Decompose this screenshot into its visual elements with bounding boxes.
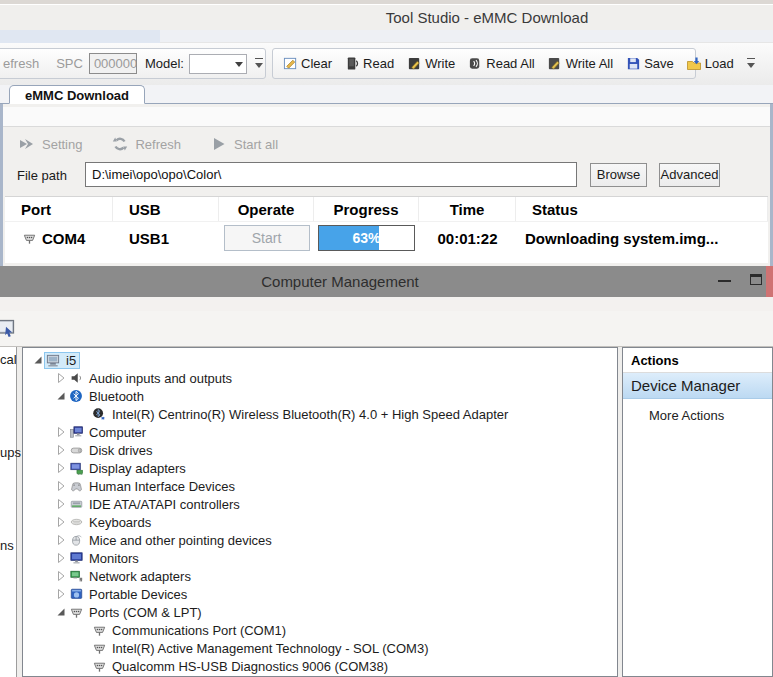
expander-spacer <box>77 660 91 672</box>
keyboard-icon <box>68 514 84 530</box>
display-icon <box>68 460 84 476</box>
tab-emmc-download[interactable]: eMMC Download <box>9 85 145 104</box>
toolbar-overflow-button[interactable] <box>253 57 265 71</box>
expand-icon[interactable] <box>54 444 68 456</box>
tree-item-intel-r-centrino-r-wireless-blue[interactable]: Intel(R) Centrino(R) Wireless Bluetooth(… <box>23 405 617 423</box>
cm-menu-strip <box>0 297 773 311</box>
file-path-input[interactable] <box>85 162 577 187</box>
tree-item-communications-port-com1[interactable]: Communications Port (COM1) <box>23 621 617 639</box>
read-all-button-label: Read All <box>486 56 534 71</box>
collapse-icon[interactable] <box>54 606 68 618</box>
computer-management-window: Computer Management cal ups ns i5Audio i… <box>0 266 773 677</box>
tree-item-display-adapters[interactable]: Display adapters <box>23 459 617 477</box>
actions-item-device-manager[interactable]: Device Manager <box>623 373 772 399</box>
computer-management-title: Computer Management <box>261 273 419 290</box>
close-button[interactable] <box>766 266 773 297</box>
refresh-button[interactable]: Refresh <box>112 136 181 152</box>
expand-icon[interactable] <box>54 552 68 564</box>
read-button[interactable]: Read <box>339 53 399 75</box>
column-header-time[interactable]: Time <box>419 197 516 221</box>
write-all-icon <box>547 56 563 72</box>
port-icon <box>91 622 107 638</box>
start-button[interactable]: Start <box>224 225 310 251</box>
collapse-icon[interactable] <box>31 354 45 366</box>
tree-item-network-adapters[interactable]: Network adapters <box>23 567 617 585</box>
model-combobox[interactable] <box>189 54 247 74</box>
tree-item-label: Intel(R) Centrino(R) Wireless Bluetooth(… <box>109 407 511 422</box>
refresh-button-label: Refresh <box>135 137 181 152</box>
tree-item-label: Display adapters <box>86 461 189 476</box>
cm-content: cal ups ns i5Audio inputs and outputsBlu… <box>0 347 773 677</box>
expand-icon[interactable] <box>54 534 68 546</box>
column-header-status[interactable]: Status <box>516 197 768 221</box>
tree-item-qualcomm-hs-usb-diagnostics-9006[interactable]: Qualcomm HS-USB Diagnostics 9006 (COM38) <box>23 657 617 675</box>
save-button[interactable]: Save <box>620 53 679 75</box>
ide-icon <box>68 496 84 512</box>
tree-item-keyboards[interactable]: Keyboards <box>23 513 617 531</box>
column-header-progress[interactable]: Progress <box>314 197 419 221</box>
load-icon <box>686 56 702 72</box>
computer-management-titlebar[interactable]: Computer Management <box>0 266 773 297</box>
usb-value: USB1 <box>129 230 169 247</box>
console-icon[interactable] <box>0 318 16 338</box>
tree-item-disk-drives[interactable]: Disk drives <box>23 441 617 459</box>
progress-label: 63% <box>319 226 414 250</box>
collapse-icon[interactable] <box>54 390 68 402</box>
expand-icon[interactable] <box>54 372 68 384</box>
write-button[interactable]: Write <box>401 53 460 75</box>
clear-button[interactable]: Clear <box>277 53 337 75</box>
window-top-edge <box>0 0 773 5</box>
start-all-button[interactable]: Start all <box>211 136 278 152</box>
operate-cell: Start <box>219 222 314 254</box>
column-header-port[interactable]: Port <box>5 197 113 221</box>
spc-input[interactable] <box>89 53 137 74</box>
tree-item-computer[interactable]: Computer <box>23 423 617 441</box>
browse-button[interactable]: Browse <box>590 163 647 187</box>
tree-item-label: Ports (COM & LPT) <box>86 605 205 620</box>
device-tree-panel: i5Audio inputs and outputsBluetoothIntel… <box>22 347 618 677</box>
minimize-button[interactable] <box>718 280 731 282</box>
tree-item-label: Mice and other pointing devices <box>86 533 275 548</box>
computer-monitor-icon <box>68 424 84 440</box>
port-icon <box>91 658 107 674</box>
chevron-down-icon <box>235 62 243 67</box>
port-icon <box>91 640 107 656</box>
tree-item-bluetooth[interactable]: Bluetooth <box>23 387 617 405</box>
expander-spacer <box>77 408 91 420</box>
expand-icon[interactable] <box>54 588 68 600</box>
tree-item-i5[interactable]: i5 <box>23 351 617 369</box>
maximize-button[interactable] <box>750 274 762 285</box>
setting-button-label: Setting <box>42 137 82 152</box>
tree-item-audio-inputs-and-outputs[interactable]: Audio inputs and outputs <box>23 369 617 387</box>
advanced-button[interactable]: Advanced <box>659 163 720 187</box>
expand-icon[interactable] <box>54 516 68 528</box>
column-header-operate[interactable]: Operate <box>219 197 314 221</box>
tree-item-portable-devices[interactable]: Portable Devices <box>23 585 617 603</box>
read-all-button[interactable]: Read All <box>462 53 539 75</box>
refresh-button-fragment[interactable]: efresh <box>3 56 39 71</box>
status-value: Downloading system.img... <box>525 230 718 247</box>
expand-icon[interactable] <box>54 570 68 582</box>
bluetooth-device-icon <box>91 406 107 422</box>
tree-item-monitors[interactable]: Monitors <box>23 549 617 567</box>
tree-item-intel-r-active-management-techno[interactable]: Intel(R) Active Management Technology - … <box>23 639 617 657</box>
computer-icon <box>45 352 61 368</box>
tree-item-ide-ata-atapi-controllers[interactable]: IDE ATA/ATAPI controllers <box>23 495 617 513</box>
tree-item-ports-com-lpt[interactable]: Ports (COM & LPT) <box>23 603 617 621</box>
load-button[interactable]: Load <box>681 53 739 75</box>
tree-item-human-interface-devices[interactable]: Human Interface Devices <box>23 477 617 495</box>
toolbar-buttons: ClearReadWriteRead AllWrite AllSaveLoad <box>277 53 739 75</box>
expand-icon[interactable] <box>54 498 68 510</box>
expand-icon[interactable] <box>54 426 68 438</box>
column-header-usb[interactable]: USB <box>113 197 219 221</box>
expand-icon[interactable] <box>54 462 68 474</box>
setting-button[interactable]: Setting <box>19 136 82 152</box>
tree-item-label: IDE ATA/ATAPI controllers <box>86 497 243 512</box>
actions-item-more-actions[interactable]: More Actions <box>623 399 772 423</box>
menu-strip-highlight <box>0 30 160 43</box>
expand-icon[interactable] <box>54 480 68 492</box>
write-all-button[interactable]: Write All <box>542 53 618 75</box>
actions-panel-header: Actions <box>623 348 772 373</box>
download-table: PortUSBOperateProgressTimeStatus COM4USB… <box>5 196 768 263</box>
tree-item-mice-and-other-pointing-devices[interactable]: Mice and other pointing devices <box>23 531 617 549</box>
